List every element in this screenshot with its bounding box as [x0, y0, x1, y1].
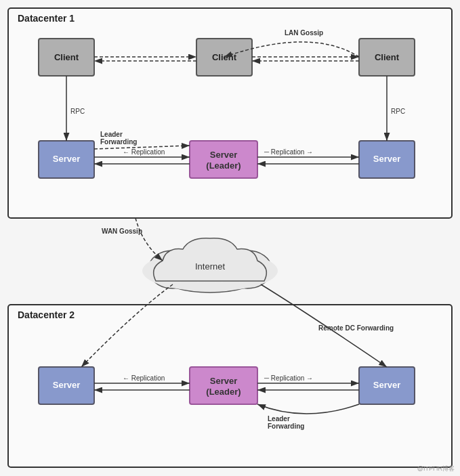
svg-rect-5	[196, 39, 252, 76]
svg-point-41	[152, 264, 193, 288]
svg-rect-12	[359, 367, 415, 404]
svg-text:Leader: Leader	[100, 131, 123, 138]
svg-text:Server: Server	[373, 380, 400, 390]
svg-text:(Leader): (Leader)	[206, 160, 241, 171]
svg-text:Remote DC Forwarding: Remote DC Forwarding	[318, 324, 394, 332]
svg-text:Server: Server	[373, 154, 400, 164]
svg-rect-2	[8, 8, 452, 218]
svg-rect-6	[359, 39, 415, 76]
svg-text:← Replication: ← Replication	[123, 374, 165, 382]
svg-point-39	[224, 251, 271, 284]
svg-rect-11	[190, 367, 257, 404]
svg-text:Datacenter 1: Datacenter 1	[18, 13, 75, 24]
svg-rect-8	[190, 141, 257, 178]
svg-text:─ Replication →: ─ Replication →	[264, 374, 313, 382]
svg-rect-9	[359, 141, 415, 178]
watermark: @ITPI IR博客	[417, 464, 455, 473]
svg-rect-7	[39, 141, 94, 178]
svg-text:Client: Client	[54, 52, 79, 62]
svg-text:Datacenter 2: Datacenter 2	[18, 309, 75, 320]
svg-rect-4	[39, 39, 94, 76]
svg-text:Server: Server	[210, 150, 237, 160]
diagram-container: Client Client Client Server Server (Lead…	[0, 0, 460, 476]
svg-text:Forwarding: Forwarding	[100, 138, 137, 146]
svg-text:RPC: RPC	[391, 108, 405, 115]
svg-text:─ Replication →: ─ Replication →	[264, 148, 313, 156]
svg-point-40	[163, 263, 257, 293]
svg-point-37	[173, 244, 247, 284]
svg-line-36	[94, 146, 190, 149]
svg-point-44	[173, 245, 247, 283]
svg-text:Internet: Internet	[195, 261, 225, 272]
svg-point-42	[227, 264, 268, 288]
svg-text:Client: Client	[212, 52, 237, 62]
svg-text:(Leader): (Leader)	[206, 387, 241, 397]
svg-point-46	[225, 252, 270, 283]
svg-text:← Replication: ← Replication	[123, 148, 165, 156]
svg-text:RPC: RPC	[70, 108, 85, 115]
svg-text:Server: Server	[53, 154, 80, 164]
svg-rect-10	[39, 367, 94, 404]
svg-text:Server: Server	[53, 380, 80, 390]
svg-text:Client: Client	[375, 52, 400, 62]
svg-point-38	[149, 251, 196, 284]
svg-text:LAN Gossip: LAN Gossip	[285, 29, 323, 37]
svg-text:Leader: Leader	[268, 415, 290, 423]
svg-point-43	[142, 251, 278, 291]
svg-point-45	[150, 252, 195, 283]
svg-rect-3	[8, 305, 452, 467]
arrows-svg: Client Client Client Server Server (Lead…	[0, 0, 460, 476]
svg-text:WAN Gossip: WAN Gossip	[102, 228, 142, 235]
svg-text:Server: Server	[210, 376, 237, 386]
svg-text:Forwarding: Forwarding	[268, 423, 304, 430]
